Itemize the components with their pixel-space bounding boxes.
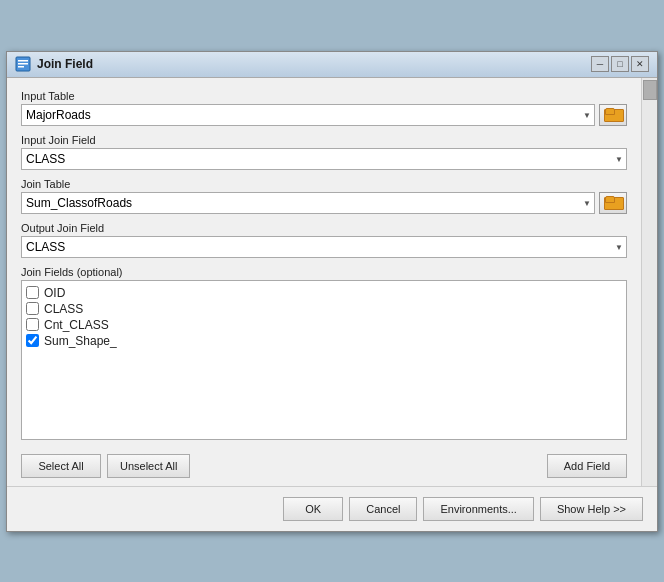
svg-rect-1 (18, 60, 28, 62)
input-join-field-wrapper: CLASS (21, 148, 627, 170)
field-oid-checkbox[interactable] (26, 286, 39, 299)
unselect-all-button[interactable]: Unselect All (107, 454, 190, 478)
scrollbar-thumb[interactable] (643, 80, 657, 100)
show-help-button[interactable]: Show Help >> (540, 497, 643, 521)
join-fields-box[interactable]: OID CLASS Cnt_CLASS Sum_Shape_ (21, 280, 627, 440)
join-table-dropdown[interactable]: Sum_ClassofRoads (21, 192, 595, 214)
field-class-label[interactable]: CLASS (44, 302, 83, 316)
input-join-field-dropdown[interactable]: CLASS (21, 148, 627, 170)
environments-button[interactable]: Environments... (423, 497, 533, 521)
window-icon (15, 56, 31, 72)
join-fields-label: Join Fields (optional) (21, 266, 627, 278)
title-bar: Join Field ─ □ ✕ (7, 52, 657, 78)
join-table-group: Join Table Sum_ClassofRoads (21, 178, 627, 214)
input-table-group: Input Table MajorRoads (21, 90, 627, 126)
field-cntclass-checkbox[interactable] (26, 318, 39, 331)
close-button[interactable]: ✕ (631, 56, 649, 72)
field-class-item[interactable]: CLASS (26, 301, 622, 317)
main-window: Join Field ─ □ ✕ Input Table MajorRoads (6, 51, 658, 532)
window-body: Input Table MajorRoads Input Join Field (7, 78, 657, 486)
input-join-field-label: Input Join Field (21, 134, 627, 146)
svg-rect-2 (18, 63, 28, 65)
title-controls: ─ □ ✕ (591, 56, 649, 72)
input-table-label: Input Table (21, 90, 627, 102)
input-table-dropdown[interactable]: MajorRoads (21, 104, 595, 126)
folder-icon (604, 108, 622, 122)
title-bar-left: Join Field (15, 56, 93, 72)
output-join-field-label: Output Join Field (21, 222, 627, 234)
field-cntclass-item[interactable]: Cnt_CLASS (26, 317, 622, 333)
folder-icon-2 (604, 196, 622, 210)
input-table-dropdown-wrapper: MajorRoads (21, 104, 595, 126)
add-field-button[interactable]: Add Field (547, 454, 627, 478)
svg-rect-3 (18, 66, 24, 68)
fields-buttons-row: Select All Unselect All Add Field (21, 448, 627, 478)
field-sumshape-label[interactable]: Sum_Shape_ (44, 334, 117, 348)
buttons-left: Select All Unselect All (21, 454, 190, 478)
main-content: Input Table MajorRoads Input Join Field (7, 78, 641, 486)
field-cntclass-label[interactable]: Cnt_CLASS (44, 318, 109, 332)
join-fields-section: Join Fields (optional) OID CLASS Cnt_CLA… (21, 266, 627, 440)
input-table-browse-button[interactable] (599, 104, 627, 126)
input-join-field-group: Input Join Field CLASS (21, 134, 627, 170)
field-sumshape-checkbox[interactable] (26, 334, 39, 347)
ok-button[interactable]: OK (283, 497, 343, 521)
input-table-row: MajorRoads (21, 104, 627, 126)
cancel-button[interactable]: Cancel (349, 497, 417, 521)
select-all-button[interactable]: Select All (21, 454, 101, 478)
window-title: Join Field (37, 57, 93, 71)
minimize-button[interactable]: ─ (591, 56, 609, 72)
join-table-row: Sum_ClassofRoads (21, 192, 627, 214)
output-join-field-wrapper: CLASS (21, 236, 627, 258)
footer: OK Cancel Environments... Show Help >> (7, 486, 657, 531)
join-table-browse-button[interactable] (599, 192, 627, 214)
field-class-checkbox[interactable] (26, 302, 39, 315)
field-oid-label[interactable]: OID (44, 286, 65, 300)
maximize-button[interactable]: □ (611, 56, 629, 72)
output-join-field-group: Output Join Field CLASS (21, 222, 627, 258)
join-table-label: Join Table (21, 178, 627, 190)
field-sumshape-item[interactable]: Sum_Shape_ (26, 333, 622, 349)
scrollbar[interactable] (641, 78, 657, 486)
field-oid-item[interactable]: OID (26, 285, 622, 301)
join-table-dropdown-wrapper: Sum_ClassofRoads (21, 192, 595, 214)
output-join-field-dropdown[interactable]: CLASS (21, 236, 627, 258)
